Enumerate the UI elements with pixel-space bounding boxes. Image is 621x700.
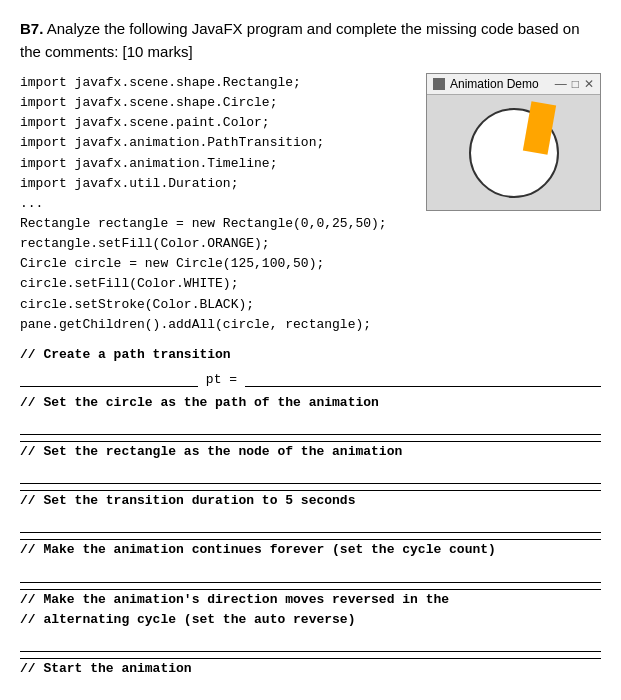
demo-titlebar-controls[interactable]: — □ ✕ [555, 78, 594, 90]
code-block: import javafx.scene.shape.Rectangle; imp… [20, 73, 416, 335]
demo-titlebar: Animation Demo — □ ✕ [427, 74, 600, 95]
code-line-4: import javafx.animation.PathTransition; [20, 133, 416, 153]
question-label: B7. [20, 20, 43, 37]
set-reverse-comment1: // Make the animation's direction moves … [20, 590, 601, 610]
set-rect-comment: // Set the rectangle as the node of the … [20, 442, 601, 462]
set-reverse-answer[interactable] [20, 630, 601, 652]
set-rect-group: // Set the rectangle as the node of the … [20, 442, 601, 484]
code-line-7: Rectangle rectangle = new Rectangle(0,0,… [20, 214, 416, 234]
demo-titlebar-left: Animation Demo [433, 77, 539, 91]
minimize-button[interactable]: — [555, 78, 567, 90]
set-circle-group: // Set the circle as the path of the ani… [20, 393, 601, 435]
pt-right-blank[interactable] [245, 365, 601, 387]
demo-canvas [427, 95, 600, 210]
pt-label: pt = [198, 372, 245, 387]
maximize-button[interactable]: □ [572, 78, 579, 90]
code-ellipsis: ... [20, 194, 416, 214]
code-line-9: Circle circle = new Circle(125,100,50); [20, 254, 416, 274]
pt-left-blank[interactable] [20, 365, 198, 387]
code-line-12: pane.getChildren().addAll(circle, rectan… [20, 315, 416, 335]
start-group: // Start the animation [20, 659, 601, 700]
question-header: B7. Analyze the following JavaFX program… [20, 18, 601, 63]
question-text: Analyze the following JavaFX program and… [20, 20, 580, 60]
demo-app-icon [433, 78, 445, 90]
code-line-6: import javafx.util.Duration; [20, 174, 416, 194]
set-duration-answer[interactable] [20, 511, 601, 533]
set-reverse-comment2: // alternating cycle (set the auto rever… [20, 610, 601, 630]
set-cycle-group: // Make the animation continues forever … [20, 540, 601, 582]
set-reverse-group: // Make the animation's direction moves … [20, 590, 601, 652]
set-cycle-comment: // Make the animation continues forever … [20, 540, 601, 560]
start-comment: // Start the animation [20, 659, 601, 679]
code-line-11: circle.setStroke(Color.BLACK); [20, 295, 416, 315]
code-line-1: import javafx.scene.shape.Rectangle; [20, 73, 416, 93]
start-answer[interactable] [20, 679, 601, 700]
code-line-2: import javafx.scene.shape.Circle; [20, 93, 416, 113]
set-circle-answer[interactable] [20, 413, 601, 435]
code-line-10: circle.setFill(Color.WHITE); [20, 274, 416, 294]
set-duration-group: // Set the transition duration to 5 seco… [20, 491, 601, 533]
pt-row: pt = [20, 365, 601, 387]
code-line-3: import javafx.scene.paint.Color; [20, 113, 416, 133]
answer-section: // Create a path transition pt = // Set … [20, 345, 601, 700]
create-path-group: // Create a path transition pt = [20, 345, 601, 387]
set-rect-answer[interactable] [20, 462, 601, 484]
code-line-5: import javafx.animation.Timeline; [20, 154, 416, 174]
demo-window: Animation Demo — □ ✕ [426, 73, 601, 211]
set-cycle-answer[interactable] [20, 561, 601, 583]
set-duration-comment: // Set the transition duration to 5 seco… [20, 491, 601, 511]
demo-title: Animation Demo [450, 77, 539, 91]
set-circle-comment: // Set the circle as the path of the ani… [20, 393, 601, 413]
code-line-8: rectangle.setFill(Color.ORANGE); [20, 234, 416, 254]
close-button[interactable]: ✕ [584, 78, 594, 90]
create-path-comment: // Create a path transition [20, 345, 601, 365]
